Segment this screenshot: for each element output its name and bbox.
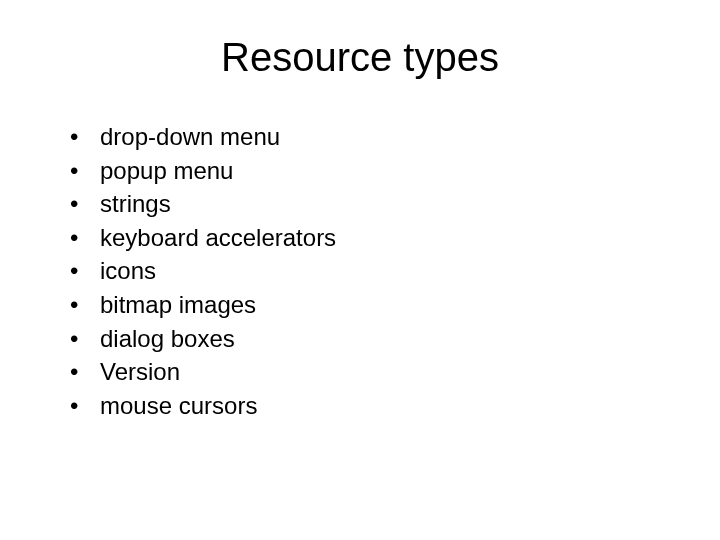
list-item: • keyboard accelerators [70, 221, 670, 255]
bullet-text: popup menu [100, 154, 670, 188]
bullet-icon: • [70, 221, 100, 255]
slide-container: Resource types • drop-down menu • popup … [0, 0, 720, 540]
slide-title: Resource types [50, 35, 670, 80]
list-item: • icons [70, 254, 670, 288]
bullet-text: mouse cursors [100, 389, 670, 423]
list-item: • popup menu [70, 154, 670, 188]
bullet-icon: • [70, 120, 100, 154]
bullet-icon: • [70, 254, 100, 288]
bullet-text: bitmap images [100, 288, 670, 322]
list-item: • mouse cursors [70, 389, 670, 423]
list-item: • strings [70, 187, 670, 221]
bullet-icon: • [70, 322, 100, 356]
bullet-list: • drop-down menu • popup menu • strings … [50, 120, 670, 422]
bullet-icon: • [70, 187, 100, 221]
list-item: • Version [70, 355, 670, 389]
bullet-text: Version [100, 355, 670, 389]
bullet-text: strings [100, 187, 670, 221]
bullet-icon: • [70, 389, 100, 423]
list-item: • bitmap images [70, 288, 670, 322]
bullet-text: dialog boxes [100, 322, 670, 356]
bullet-text: drop-down menu [100, 120, 670, 154]
bullet-icon: • [70, 154, 100, 188]
bullet-text: keyboard accelerators [100, 221, 670, 255]
list-item: • drop-down menu [70, 120, 670, 154]
bullet-text: icons [100, 254, 670, 288]
bullet-icon: • [70, 288, 100, 322]
list-item: • dialog boxes [70, 322, 670, 356]
bullet-icon: • [70, 355, 100, 389]
